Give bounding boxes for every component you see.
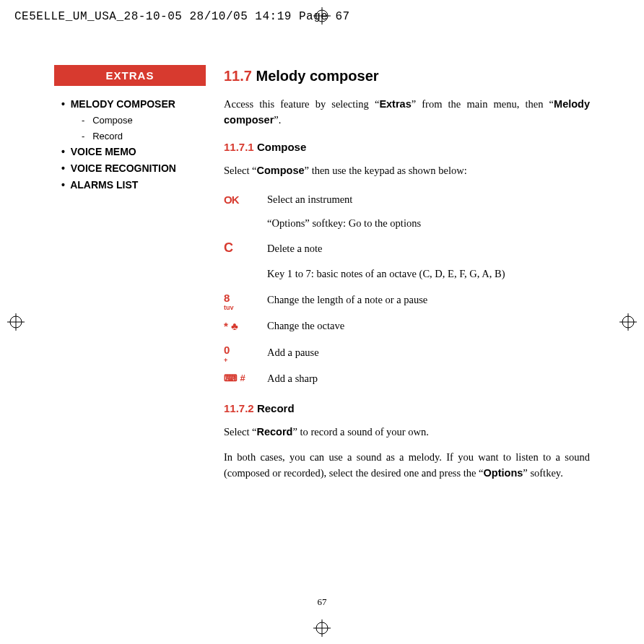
key-row-c: C Delete a note: [224, 235, 505, 262]
notes-key-desc: Key 1 to 7: basic notes of an octave (C,…: [267, 262, 505, 285]
key-row-notes: Key 1 to 7: basic notes of an octave (C,…: [224, 262, 505, 285]
eight-key-icon: 8tuv: [224, 286, 267, 314]
ok-key-icon: OK: [224, 188, 267, 212]
page-body: EXTRAS • MELODY COMPOSER Compose Record …: [54, 65, 590, 608]
key-row-hash: ⌨ # Add a sharp: [224, 367, 505, 390]
hash-key-desc: Add a sharp: [267, 367, 505, 390]
c-key-desc: Delete a note: [267, 235, 505, 262]
key-row-ok: OK Select an instrument: [224, 188, 505, 212]
star-key-icon: * ♣: [224, 314, 267, 338]
sidebar-item-voice-memo: • VOICE MEMO: [61, 144, 206, 160]
sidebar-subitem-record: Record: [61, 129, 206, 144]
keypad-table: OK Select an instrument “Options” softke…: [224, 188, 505, 390]
main-content: 11.7 Melody composer Access this feature…: [224, 65, 590, 482]
sidebar-list: • MELODY COMPOSER Compose Record • VOICE…: [54, 96, 206, 193]
key-row-star: * ♣ Change the octave: [224, 314, 505, 338]
zero-key-icon: 0+: [224, 338, 267, 366]
registration-mark-top: [313, 7, 331, 25]
hash-key-icon: ⌨ #: [224, 367, 267, 390]
compose-lead: Select “Compose” then use the keypad as …: [224, 162, 590, 178]
registration-mark-right: [619, 313, 637, 331]
eight-key-desc: Change the length of a note or a pause: [267, 286, 505, 314]
sidebar-item-melody-composer: • MELODY COMPOSER: [61, 96, 206, 113]
subsection-record-heading: 11.7.2 Record: [224, 400, 590, 417]
sidebar-item-alarms-list: • ALARMS LIST: [61, 177, 206, 193]
key-row-0: 0+ Add a pause: [224, 338, 505, 366]
ok-key-desc: Select an instrument: [267, 188, 505, 212]
sidebar-subitem-compose: Compose: [61, 113, 206, 128]
notes-key-icon: [224, 262, 267, 285]
registration-mark-left: [7, 313, 25, 331]
sidebar: EXTRAS • MELODY COMPOSER Compose Record …: [54, 65, 206, 193]
c-key-icon: C: [224, 235, 267, 262]
star-key-desc: Change the octave: [267, 314, 505, 338]
zero-key-desc: Add a pause: [267, 338, 505, 366]
options-key-desc: “Options” softkey: Go to the options: [267, 212, 505, 235]
record-note: In both cases, you can use a sound as a …: [224, 449, 590, 482]
section-intro: Access this feature by selecting “Extras…: [224, 96, 590, 129]
key-row-options: “Options” softkey: Go to the options: [224, 212, 505, 235]
sidebar-item-voice-recognition: • VOICE RECOGNITION: [61, 160, 206, 177]
options-key-icon: [224, 212, 267, 235]
page-number: 67: [54, 596, 590, 608]
section-heading: 11.7 Melody composer: [224, 65, 590, 87]
print-header: CE5ELLE_UM_USA_28-10-05 28/10/05 14:19 P…: [14, 10, 350, 23]
key-row-8: 8tuv Change the length of a note or a pa…: [224, 286, 505, 314]
subsection-compose-heading: 11.7.1 Compose: [224, 139, 590, 155]
record-lead: Select “Record” to record a sound of you…: [224, 424, 590, 440]
sidebar-title: EXTRAS: [54, 65, 206, 86]
registration-mark-bottom: [313, 619, 331, 637]
